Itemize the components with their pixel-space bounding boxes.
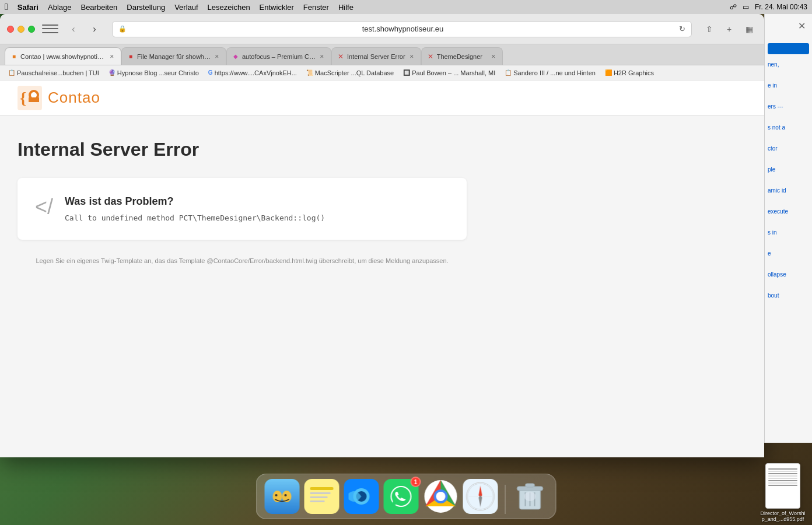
add-tab-button[interactable]: +	[721, 21, 737, 37]
svg-point-8	[275, 494, 278, 496]
tabs-overview-button[interactable]: ▦	[741, 21, 757, 37]
apple-menu[interactable]: 	[5, 2, 8, 12]
bottom-doc[interactable]: Director_of_Worship_and_...d955.pdf	[760, 463, 806, 522]
menubar-hilfe[interactable]: Hilfe	[338, 3, 354, 12]
dock-thunderbird[interactable]	[344, 479, 379, 514]
bookmark-label-cax: https://www....CAxVjnokEH...	[215, 69, 297, 76]
menubar-lesezeichen[interactable]: Lesezeichen	[208, 3, 250, 12]
url-display: test.showhypnotiseur.eu	[130, 24, 676, 33]
bookmark-hypnose[interactable]: 🔮 Hypnose Blog ...seur Christo	[105, 68, 202, 78]
chrome-icon	[424, 479, 459, 514]
address-bar[interactable]: 🔒 test.showhypnotiseur.eu ↻	[112, 21, 692, 37]
forward-button[interactable]: ›	[86, 21, 103, 37]
toolbar-right: ⇧ + ▦	[701, 21, 757, 37]
whatsapp-badge: 1	[411, 477, 421, 487]
tab-favicon-autofocus: ◆	[232, 52, 240, 61]
bookmark-macscripter[interactable]: 📜 MacScripter ...QL Database	[303, 68, 397, 78]
battery-icon[interactable]: ▭	[743, 3, 749, 11]
svg-point-3	[31, 92, 37, 98]
wifi-icon[interactable]: ☍	[730, 3, 737, 11]
reload-button[interactable]: ↻	[679, 24, 685, 33]
bookmark-cax[interactable]: G https://www....CAxVjnokEH...	[205, 68, 300, 78]
bookmark-label-macscripter: MacScripter ...QL Database	[315, 69, 394, 76]
panel-blue-button[interactable]	[768, 43, 809, 54]
tab-favicon-filemanager: ■	[127, 52, 135, 61]
tab-autofocus[interactable]: ◆ autofocus – Premium Contao Themes Foru…	[226, 47, 331, 65]
finder-icon	[265, 479, 300, 514]
contao-logo-icon: {	[18, 86, 42, 110]
error-card-message: Call to undefined method PCT\ThemeDesign…	[65, 214, 449, 222]
bookmark-sandero[interactable]: 📋 Sandero III / ...ne und Hinten	[501, 68, 599, 78]
doc-thumbnail	[765, 463, 800, 509]
svg-rect-11	[310, 487, 334, 490]
tab-filemanager[interactable]: ■ File Manager für showhypnotiseur.eu – …	[121, 47, 226, 65]
title-bar: ‹ › 🔒 test.showhypnotiseur.eu ↻ ⇧ + ▦	[0, 14, 764, 44]
menubar-darstellung[interactable]: Darstellung	[127, 3, 165, 12]
bookmark-favicon-sandero: 📋	[505, 69, 512, 76]
tab-title-themedesigner: ThemeDesigner	[437, 53, 487, 60]
svg-rect-4	[29, 97, 39, 102]
tab-title-error: Internal Server Error	[347, 53, 405, 60]
bookmark-label-h2r: H2R Graphics	[614, 69, 654, 76]
bookmarks-bar: 📋 Pauschalreise...buchen | TUI 🔮 Hypnose…	[0, 65, 764, 80]
svg-point-9	[285, 494, 287, 496]
tab-themedesigner[interactable]: ✕ ThemeDesigner ✕	[421, 47, 503, 65]
dock-finder[interactable]	[265, 479, 300, 514]
bookmark-favicon-paulbowen: 🔲	[403, 69, 410, 76]
back-button[interactable]: ‹	[65, 21, 82, 37]
tab-close-autofocus[interactable]: ✕	[318, 52, 326, 61]
dock-safari[interactable]	[463, 479, 498, 514]
tab-close-filemanager[interactable]: ✕	[213, 52, 221, 61]
bookmark-favicon-tui: 📋	[8, 69, 15, 76]
minimize-button[interactable]	[18, 26, 24, 33]
menubar-safari[interactable]: Safari	[18, 3, 38, 12]
notes-icon	[304, 479, 340, 514]
dock: 1	[256, 474, 556, 519]
bookmark-tui[interactable]: 📋 Pauschalreise...buchen | TUI	[5, 68, 103, 78]
dock-notes[interactable]	[304, 479, 340, 514]
bookmark-label-sandero: Sandero III / ...ne und Hinten	[513, 69, 596, 76]
tab-title-autofocus: autofocus – Premium Contao Themes Forum	[242, 53, 316, 60]
dock-chrome[interactable]	[424, 479, 459, 514]
tab-close-themedesigner[interactable]: ✕	[489, 52, 498, 61]
trash-icon	[513, 479, 548, 514]
fullscreen-button[interactable]	[28, 26, 35, 33]
svg-rect-12	[310, 492, 331, 494]
svg-rect-32	[526, 484, 535, 487]
clock: Fr. 24. Mai 00:43	[755, 3, 807, 11]
browser-window: ‹ › 🔒 test.showhypnotiseur.eu ↻ ⇧ + ▦ ■ …	[0, 14, 764, 457]
contao-logo-text: Contao	[48, 89, 100, 107]
svg-text:{: {	[20, 89, 26, 107]
contao-logo: { Contao	[18, 86, 100, 110]
menubar:  Safari Ablage Bearbeiten Darstellung V…	[0, 0, 812, 14]
panel-text-content: nen, e in ers --- s not a ctor ple amic …	[768, 60, 809, 300]
bookmark-paulbowen[interactable]: 🔲 Paul Bowen – ... Marshall, MI	[400, 68, 499, 78]
tab-close-error[interactable]: ✕	[408, 52, 416, 61]
bookmark-label-hypnose: Hypnose Blog ...seur Christo	[117, 69, 199, 76]
share-button[interactable]: ⇧	[701, 21, 718, 37]
bookmark-label-paulbowen: Paul Bowen – ... Marshall, MI	[412, 69, 495, 76]
svg-point-36	[524, 492, 536, 501]
menubar-verlauf[interactable]: Verlauf	[174, 3, 198, 12]
menubar-ablage[interactable]: Ablage	[48, 3, 71, 12]
dock-separator	[505, 485, 506, 514]
sidebar-toggle[interactable]	[42, 23, 58, 35]
dock-whatsapp[interactable]: 1	[384, 479, 419, 514]
tab-favicon-contao: ■	[10, 52, 18, 61]
close-button[interactable]	[7, 26, 14, 33]
menubar-bearbeiten[interactable]: Bearbeiten	[80, 3, 117, 12]
menubar-entwickler[interactable]: Entwickler	[260, 3, 294, 12]
menubar-fenster[interactable]: Fenster	[303, 3, 329, 12]
error-footer: Legen Sie ein eigenes Twig-Template an, …	[18, 257, 467, 264]
svg-rect-13	[310, 496, 328, 498]
tab-internal-server-error[interactable]: ✕ Internal Server Error ✕	[331, 47, 421, 65]
bookmark-favicon-hypnose: 🔮	[108, 69, 116, 76]
bookmark-h2rgraphics[interactable]: 🟧 H2R Graphics	[601, 68, 657, 78]
error-card: </ Was ist das Problem? Call to undefine…	[18, 178, 467, 240]
doc-label: Director_of_Worship_and_...d955.pdf	[760, 510, 806, 522]
dock-trash[interactable]	[513, 479, 548, 514]
tab-title-contao: Contao | www.showhypnotiseur.eu	[20, 53, 106, 60]
tab-close-contao[interactable]: ✕	[108, 52, 116, 61]
panel-close-button[interactable]: ✕	[796, 20, 807, 32]
tab-contao[interactable]: ■ Contao | www.showhypnotiseur.eu ✕	[5, 47, 121, 65]
